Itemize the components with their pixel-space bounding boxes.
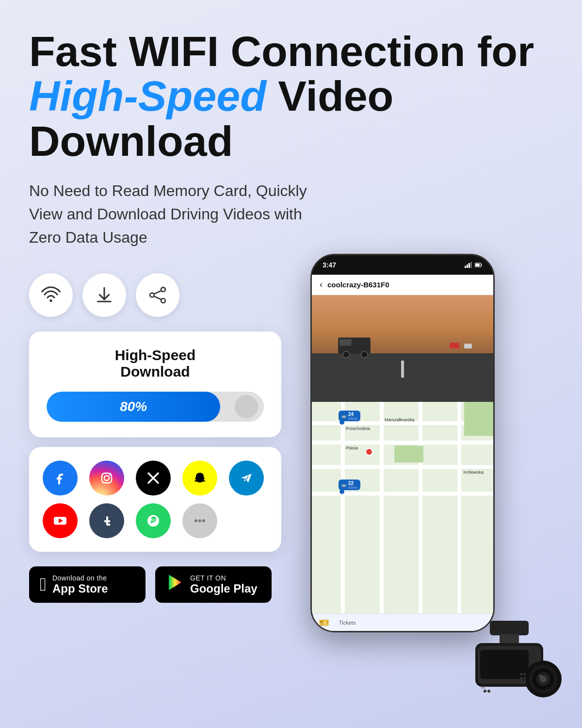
svg-point-41: [487, 690, 490, 693]
headline-highlight: High-Speed: [29, 72, 266, 120]
progress-text: 80%: [120, 399, 147, 414]
svg-rect-29: [500, 634, 519, 644]
progress-bar-track: 80%: [47, 392, 264, 422]
phone-back-button[interactable]: ‹: [320, 280, 323, 290]
icons-row: [29, 273, 281, 317]
svg-point-37: [539, 675, 542, 678]
svg-rect-16: [465, 266, 466, 268]
main-container: Fast WIFI Connection for High-Speed Vide…: [0, 0, 582, 728]
svg-line-5: [154, 297, 161, 299]
instagram-icon: [89, 461, 124, 496]
tumblr-icon: [89, 503, 124, 538]
map-label-mars: Marszałkowska: [385, 417, 415, 422]
svg-point-1: [161, 287, 165, 292]
share-icon: [147, 284, 168, 306]
appstore-button[interactable]:  Download on the App Store: [29, 566, 146, 603]
whatsapp-icon: [136, 503, 171, 538]
appstore-label-top: Download on the: [52, 574, 108, 582]
phone-header: ‹ coolcrazy-B631F0: [312, 275, 493, 295]
download-card-title: High-SpeedDownload: [47, 347, 264, 380]
phone-road: [312, 353, 493, 402]
dynamic-island: [378, 259, 427, 273]
map-road-vertical-1: [341, 402, 345, 631]
svg-rect-26: [450, 343, 459, 348]
ticket-icon: 🎫: [319, 617, 329, 628]
dashcam-device: 4K: [446, 621, 572, 720]
x-icon: [136, 461, 171, 496]
phone-video: [312, 295, 493, 402]
svg-point-8: [109, 474, 111, 476]
progress-bar-fill: 80%: [47, 392, 220, 422]
subtext: No Need to Read Memory Card, Quickly Vie…: [29, 179, 330, 249]
svg-point-44: [520, 677, 523, 679]
googleplay-label-top: GET IT ON: [190, 574, 258, 582]
svg-rect-28: [490, 621, 529, 635]
wifi-bubble: [29, 273, 73, 317]
share-bubble: [136, 273, 179, 317]
phone-mockup: 3:47: [310, 254, 495, 632]
youtube-icon: [43, 503, 78, 538]
road-marking: [401, 361, 404, 378]
headline: Fast WIFI Connection for High-Speed Vide…: [29, 29, 558, 164]
bus-stop-24: 🚌 24 05min: [339, 411, 360, 421]
map-park: [394, 446, 423, 463]
svg-point-7: [104, 476, 109, 480]
map-road-vertical-2: [380, 402, 384, 631]
googleplay-button[interactable]: GET IT ON Google Play: [155, 566, 272, 603]
dashcam-svg: 4K: [446, 621, 572, 718]
svg-rect-17: [467, 265, 468, 268]
progress-handle: [235, 395, 258, 418]
download-card: High-SpeedDownload 80%: [29, 331, 281, 437]
signal-icon: [465, 262, 472, 268]
svg-point-46: [520, 681, 523, 683]
map-label-krol: Królewska: [463, 470, 484, 475]
bus-stop-22: 🚌 22 03min: [339, 480, 360, 490]
wifi-icon: [40, 284, 62, 306]
social-grid-top: [43, 461, 268, 496]
phone-map: Przechodnia Marszałkowska Ptasia Królews…: [312, 402, 493, 631]
svg-point-45: [524, 677, 526, 679]
map-road-vertical-3: [419, 402, 422, 631]
phone-screen: ‹ coolcrazy-B631F0: [312, 275, 493, 631]
phone-notch-area: 3:47: [312, 255, 493, 275]
svg-point-40: [484, 690, 486, 693]
content-row: High-SpeedDownload 80%: [29, 273, 558, 710]
map-label-ptasia: Ptasia: [346, 446, 358, 450]
download-bubble: [82, 273, 126, 317]
battery-icon: [475, 262, 483, 268]
svg-point-2: [150, 293, 154, 298]
phone-time: 3:47: [323, 261, 336, 269]
download-icon: [94, 284, 115, 306]
telegram-icon: [229, 461, 264, 496]
svg-rect-18: [469, 263, 470, 268]
map-label-przechod: Przechodnia: [346, 426, 370, 431]
map-pin-red: [365, 448, 373, 456]
svg-point-42: [520, 673, 523, 676]
svg-text:4K: 4K: [481, 686, 485, 689]
social-card: [29, 447, 281, 552]
more-icon: [182, 503, 217, 538]
svg-rect-21: [475, 264, 480, 266]
map-road-vertical-4: [457, 402, 461, 631]
svg-point-0: [49, 299, 52, 302]
svg-marker-15: [169, 575, 181, 590]
social-grid-bottom: [43, 503, 268, 538]
appstore-label-bottom: App Store: [52, 582, 108, 596]
svg-point-12: [194, 519, 197, 522]
phone-device-name: coolcrazy-B631F0: [327, 281, 389, 289]
empty-slot: [229, 503, 268, 538]
googleplay-text: GET IT ON Google Play: [190, 574, 258, 596]
svg-rect-27: [464, 344, 472, 348]
svg-line-4: [154, 291, 161, 294]
apple-icon: : [40, 574, 47, 595]
googleplay-label-bottom: Google Play: [190, 582, 258, 596]
svg-point-24: [343, 351, 349, 358]
svg-rect-23: [340, 339, 352, 346]
appstore-text: Download on the App Store: [52, 574, 108, 596]
phone-signals: [465, 262, 483, 268]
svg-point-13: [198, 519, 201, 522]
google-play-icon: [166, 573, 184, 596]
svg-point-14: [202, 519, 205, 522]
truck-icon: [336, 329, 385, 358]
store-buttons:  Download on the App Store: [29, 566, 281, 603]
